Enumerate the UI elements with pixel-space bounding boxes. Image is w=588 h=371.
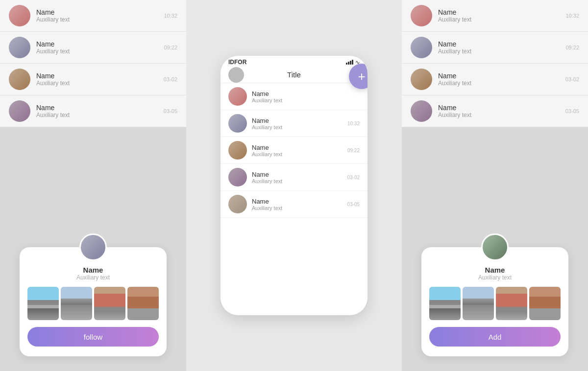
contact-time: 03-02	[164, 76, 177, 82]
phone-contact-row: Name Auxiliary text 03-02	[220, 164, 368, 191]
left-profile-card: Name Auxiliary text follow	[20, 247, 167, 356]
avatar	[228, 114, 247, 133]
contact-aux: Auxiliary text	[36, 16, 158, 23]
contact-time: 03-02	[565, 76, 579, 82]
contact-time: 03-02	[347, 175, 360, 180]
contact-aux: Auxiliary text	[252, 97, 355, 103]
contact-time: 09:22	[565, 45, 579, 50]
photo-strip	[20, 287, 167, 320]
profile-aux: Auxiliary text	[478, 274, 512, 281]
add-button[interactable]: Add	[429, 327, 561, 347]
contact-aux: Auxiliary text	[438, 16, 560, 23]
follow-button[interactable]: follow	[27, 327, 159, 347]
photo-strip	[421, 287, 568, 320]
right-profile-card: Name Auxiliary text Add	[421, 247, 568, 356]
photo-thumb-3	[94, 287, 125, 320]
phone-contact-row: Name Auxiliary text 09:22	[220, 137, 368, 164]
carrier-label: IDFOR	[228, 59, 246, 66]
contact-aux: Auxiliary text	[252, 205, 342, 211]
photo-thumb-2	[61, 287, 92, 320]
photo-thumb-1	[27, 287, 59, 320]
phone-contact-row: Name Auxiliary text 03-05	[220, 191, 368, 218]
contact-aux: Auxiliary text	[438, 48, 560, 55]
phone-contact-row: Name Auxiliary text 10:32	[220, 110, 368, 137]
contact-name: Name	[438, 104, 560, 112]
contact-aux: Auxiliary text	[252, 178, 342, 184]
contact-time: 09:22	[347, 148, 360, 153]
avatar	[411, 100, 432, 122]
profile-name: Name	[83, 266, 103, 274]
right-contact-list: Name Auxiliary text 10:32 Name Auxiliary…	[402, 0, 588, 127]
avatar	[228, 87, 247, 106]
avatar	[9, 5, 30, 26]
contact-time: 10:32	[164, 13, 177, 19]
avatar	[411, 37, 432, 58]
profile-name: Name	[485, 266, 505, 274]
contact-name: Name	[252, 198, 342, 205]
contact-aux: Auxiliary text	[36, 80, 158, 87]
avatar	[9, 100, 30, 122]
avatar	[9, 37, 30, 58]
avatar	[9, 69, 30, 90]
contact-aux: Auxiliary text	[438, 80, 560, 87]
avatar	[411, 69, 432, 90]
phone-title-row: Title +	[220, 69, 368, 83]
avatar	[228, 195, 247, 213]
avatar	[411, 5, 432, 26]
middle-phone: IDFOR ∿ Title + Name Auxiliary text	[220, 56, 368, 315]
contact-aux: Auxiliary text	[252, 124, 343, 130]
avatar	[228, 141, 247, 160]
phone-contact-list: Name Auxiliary text Name Auxiliary text …	[220, 83, 368, 218]
contact-name: Name	[252, 90, 355, 97]
contact-name: Name	[36, 72, 158, 80]
contact-row: Name Auxiliary text 09:22	[0, 32, 186, 64]
contact-name: Name	[36, 40, 158, 48]
profile-avatar	[481, 233, 509, 261]
contact-time: 10:32	[565, 13, 579, 19]
left-contact-list: Name Auxiliary text 10:32 Name Auxiliary…	[0, 0, 186, 127]
status-bar: IDFOR ∿	[220, 56, 368, 69]
contact-row: Name Auxiliary text 09:22	[402, 32, 588, 64]
profile-avatar	[79, 233, 107, 261]
contact-aux: Auxiliary text	[36, 112, 158, 118]
contact-row: Name Auxiliary text 10:32	[0, 0, 186, 32]
signal-icon	[346, 60, 353, 65]
contact-row: Name Auxiliary text 03-05	[0, 95, 186, 127]
contact-name: Name	[252, 117, 343, 124]
title-avatar	[228, 67, 244, 83]
contact-aux: Auxiliary text	[36, 48, 158, 55]
contact-aux: Auxiliary text	[252, 151, 343, 157]
contact-row: Name Auxiliary text 03-05	[402, 95, 588, 127]
phone-title: Title	[287, 70, 301, 79]
contact-time: 03-05	[565, 108, 579, 114]
contact-name: Name	[36, 104, 158, 112]
contact-name: Name	[438, 8, 560, 16]
phone-contact-row: Name Auxiliary text	[220, 83, 368, 110]
contact-name: Name	[36, 8, 158, 16]
contact-row: Name Auxiliary text 03-02	[402, 64, 588, 95]
contact-time: 03-05	[347, 202, 360, 207]
contact-time: 03-05	[164, 108, 177, 114]
right-panel: Name Auxiliary text 10:32 Name Auxiliary…	[402, 0, 588, 371]
photo-thumb-1	[429, 287, 461, 320]
contact-time: 10:32	[347, 121, 360, 126]
photo-thumb-4	[127, 287, 159, 320]
contact-time: 09:22	[164, 45, 177, 50]
contact-row: Name Auxiliary text 03-02	[0, 64, 186, 95]
profile-aux: Auxiliary text	[76, 274, 110, 281]
photo-thumb-2	[463, 287, 494, 320]
photo-thumb-4	[529, 287, 561, 320]
contact-name: Name	[252, 144, 343, 151]
contact-aux: Auxiliary text	[438, 112, 560, 118]
left-panel: Name Auxiliary text 10:32 Name Auxiliary…	[0, 0, 186, 371]
contact-name: Name	[438, 72, 560, 80]
contact-name: Name	[252, 171, 342, 178]
contact-name: Name	[438, 40, 560, 48]
photo-thumb-3	[496, 287, 527, 320]
contact-row: Name Auxiliary text 10:32	[402, 0, 588, 32]
avatar	[228, 168, 247, 186]
